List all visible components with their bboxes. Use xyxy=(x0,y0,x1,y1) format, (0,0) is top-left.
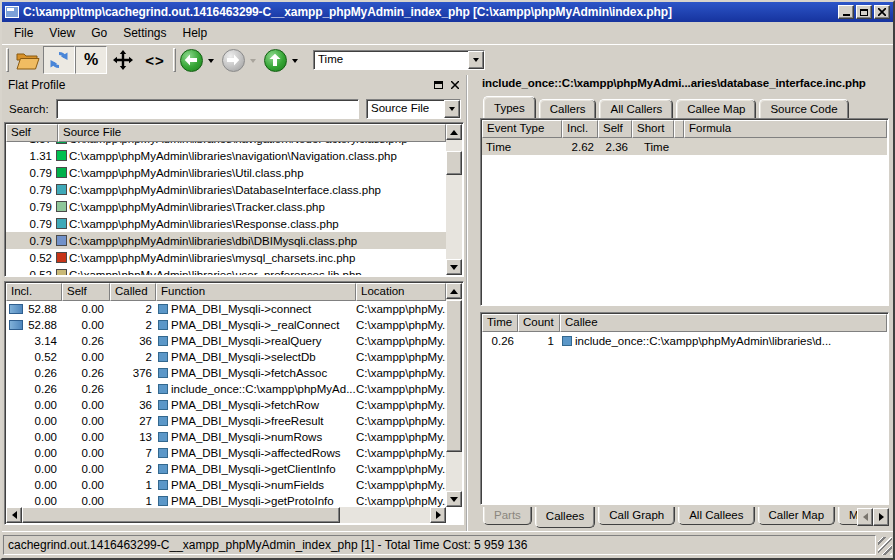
column-header-called[interactable]: Called xyxy=(110,283,156,301)
menu-item-go[interactable]: Go xyxy=(83,23,115,43)
function-table-vscrollbar[interactable] xyxy=(446,283,462,507)
function-row[interactable]: 0.000.001PMA_DBI_Mysqli->numFieldsC:\xam… xyxy=(6,477,446,493)
function-row[interactable]: 0.260.261include_once::C:\xampp\phpMyAd.… xyxy=(6,381,446,397)
resize-grip[interactable] xyxy=(878,537,892,555)
incl-cell: 2.62 xyxy=(562,141,598,153)
source-file-row[interactable]: 0.52C:\xampp\phpMyAdmin\libraries\mysql_… xyxy=(6,249,446,266)
function-icon xyxy=(158,368,168,378)
tab-caller-map[interactable]: Caller Map xyxy=(758,507,836,525)
column-header-time[interactable]: Time xyxy=(482,314,518,332)
function-table-hscrollbar[interactable] xyxy=(6,507,446,523)
up-button[interactable] xyxy=(262,46,288,74)
tab-callees[interactable]: Callees xyxy=(535,507,595,528)
column-header-location[interactable]: Location xyxy=(356,283,446,301)
function-row[interactable]: 0.000.0027PMA_DBI_Mysqli->freeResultC:\x… xyxy=(6,413,446,429)
tab-callee-map[interactable]: Callee Map xyxy=(676,99,756,118)
scrollbar-up-button[interactable] xyxy=(446,124,462,140)
scrollbar-right-button[interactable] xyxy=(430,507,446,523)
location-cell: C:\xampp\phpMy... xyxy=(356,335,446,347)
menu-item-settings[interactable]: Settings xyxy=(115,23,174,43)
up-dropdown-arrow[interactable] xyxy=(292,59,298,66)
dock-float-button[interactable] xyxy=(431,78,445,92)
source-file-row[interactable]: 1.31C:\xampp\phpMyAdmin\libraries\naviga… xyxy=(6,147,446,164)
source-file-row[interactable]: 0.52C:\xampp\phpMyAdmin\libraries\user_p… xyxy=(6,266,446,275)
column-header-count[interactable]: Count xyxy=(518,314,560,332)
scrollbar-down-button[interactable] xyxy=(446,259,462,275)
source-file-row[interactable]: 0.79C:\xampp\phpMyAdmin\libraries\Util.c… xyxy=(6,164,446,181)
function-row[interactable]: 0.000.002PMA_DBI_Mysqli->getClientInfoC:… xyxy=(6,461,446,477)
menu-item-view[interactable]: View xyxy=(41,23,83,43)
location-cell: C:\xampp\phpMy... xyxy=(356,383,446,395)
column-header-self[interactable]: Self xyxy=(598,120,632,138)
forward-button[interactable] xyxy=(220,46,246,74)
column-header-incl[interactable]: Incl. xyxy=(6,283,62,301)
function-row[interactable]: 0.000.0036PMA_DBI_Mysqli->fetchRowC:\xam… xyxy=(6,397,446,413)
function-row[interactable]: 52.880.002PMA_DBI_Mysqli->connectC:\xamp… xyxy=(6,301,446,317)
column-header-self[interactable]: Self xyxy=(6,124,58,142)
scrollbar-down-button[interactable] xyxy=(446,491,462,507)
function-row[interactable]: 3.140.2636PMA_DBI_Mysqli->realQueryC:\xa… xyxy=(6,333,446,349)
column-header-short[interactable]: Short xyxy=(632,120,674,138)
source-file-row[interactable]: 0.79C:\xampp\phpMyAdmin\libraries\dbi\DB… xyxy=(6,232,446,249)
maximize-button[interactable] xyxy=(856,5,872,19)
event-type-combo-button[interactable] xyxy=(468,51,484,69)
tab-scroll-right-button[interactable] xyxy=(873,508,889,526)
scrollbar-up-button[interactable] xyxy=(446,283,462,299)
scrollbar-track[interactable] xyxy=(340,507,430,523)
back-dropdown-arrow[interactable] xyxy=(208,59,214,66)
tab-all-callers[interactable]: All Callers xyxy=(599,99,673,118)
scrollbar-thumb[interactable] xyxy=(446,151,462,175)
function-row[interactable]: 0.000.007PMA_DBI_Mysqli->affectedRowsC:\… xyxy=(6,445,446,461)
source-file-row[interactable]: 0.79C:\xampp\phpMyAdmin\libraries\Respon… xyxy=(6,215,446,232)
dock-title-bar[interactable]: Flat Profile xyxy=(4,75,466,95)
column-header-incl[interactable]: Incl. xyxy=(562,120,598,138)
tab-parts[interactable]: Parts xyxy=(483,507,532,525)
dock-close-button[interactable] xyxy=(448,78,462,92)
column-header-function[interactable]: Function xyxy=(156,283,356,301)
column-header-source-file[interactable]: Source File xyxy=(58,124,446,142)
function-row[interactable]: 0.260.26376PMA_DBI_Mysqli->fetchAssocC:\… xyxy=(6,365,446,381)
event-type-row[interactable]: Time 2.62 2.36 Time xyxy=(482,138,887,155)
function-cell: PMA_DBI_Mysqli->freeResult xyxy=(156,415,356,427)
function-row[interactable]: 0.520.002PMA_DBI_Mysqli->selectDbC:\xamp… xyxy=(6,349,446,365)
panel-splitter[interactable] xyxy=(466,75,478,531)
menu-item-file[interactable]: File xyxy=(6,23,41,43)
grouping-combo[interactable]: Source File xyxy=(366,99,461,119)
minimize-button[interactable] xyxy=(838,5,854,19)
scrollbar-thumb[interactable] xyxy=(22,507,340,523)
cycle-grouping-button[interactable]: <> xyxy=(139,46,171,74)
scrollbar-left-button[interactable] xyxy=(6,507,22,523)
grouping-combo-button[interactable] xyxy=(444,100,460,118)
function-row[interactable]: 0.000.001PMA_DBI_Mysqli->getProtoInfoC:\… xyxy=(6,493,446,507)
column-header-event-type[interactable]: Event Type xyxy=(482,120,562,138)
function-row[interactable]: 52.880.002PMA_DBI_Mysqli->_realConnectC:… xyxy=(6,317,446,333)
callee-row[interactable]: 0.26 1 include_once::C:\xampp\phpMyAdmin… xyxy=(482,332,887,349)
column-header-formula[interactable]: Formula xyxy=(684,120,887,138)
tab-call-graph[interactable]: Call Graph xyxy=(598,507,675,525)
toolbar-handle[interactable] xyxy=(6,48,9,72)
source-file-row[interactable]: 0.79C:\xampp\phpMyAdmin\libraries\Databa… xyxy=(6,181,446,198)
tab-callers[interactable]: Callers xyxy=(539,99,597,118)
source-file-row[interactable]: 0.79C:\xampp\phpMyAdmin\libraries\Tracke… xyxy=(6,198,446,215)
search-row: Search: Source File xyxy=(4,95,466,122)
column-header-self[interactable]: Self xyxy=(62,283,110,301)
function-row[interactable]: 0.000.0013PMA_DBI_Mysqli->numRowsC:\xamp… xyxy=(6,429,446,445)
close-button[interactable] xyxy=(874,5,890,19)
source-table-vscrollbar[interactable] xyxy=(446,124,462,275)
event-type-combo[interactable]: Time xyxy=(313,50,485,70)
column-header-callee[interactable]: Callee xyxy=(560,314,887,332)
reload-button[interactable] xyxy=(43,46,75,74)
search-input[interactable] xyxy=(56,99,359,119)
tab-source-code[interactable]: Source Code xyxy=(759,99,848,118)
back-button[interactable] xyxy=(178,46,204,74)
tab-scroll-left-button[interactable] xyxy=(857,508,873,526)
menu-item-help[interactable]: Help xyxy=(175,23,216,43)
open-file-button[interactable] xyxy=(11,46,43,74)
self-cost-cell: 0.79 xyxy=(6,218,56,230)
tab-all-callees[interactable]: All Callees xyxy=(678,507,754,525)
scrollbar-thumb[interactable] xyxy=(446,300,462,452)
forward-dropdown-arrow[interactable] xyxy=(250,59,256,66)
percentage-button[interactable]: % xyxy=(75,46,107,74)
tab-types[interactable]: Types xyxy=(483,96,536,118)
expand-areas-button[interactable] xyxy=(107,46,139,74)
